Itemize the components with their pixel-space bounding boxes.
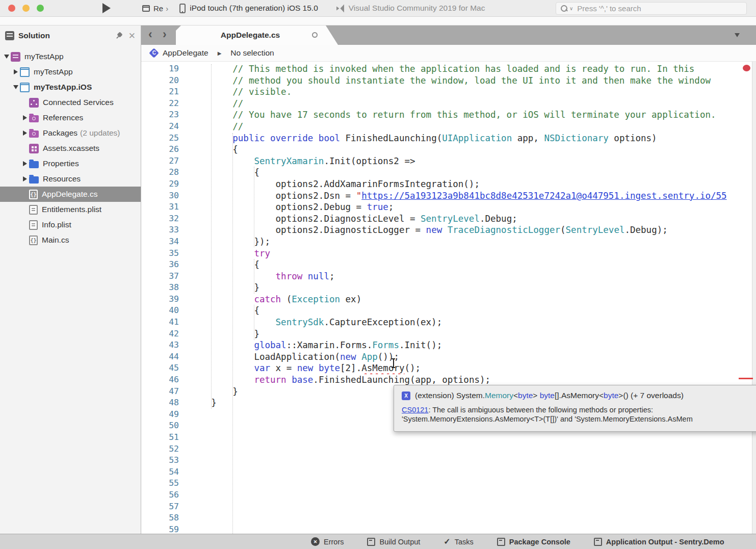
- line-number[interactable]: 52: [141, 443, 182, 455]
- chevron-right-icon[interactable]: [20, 176, 29, 181]
- code-line[interactable]: [190, 455, 752, 466]
- code-line[interactable]: [190, 478, 752, 489]
- error-marker-icon[interactable]: [743, 65, 750, 71]
- vertical-scrollbar[interactable]: [752, 62, 756, 534]
- code-line[interactable]: throw null;: [190, 271, 752, 282]
- line-number[interactable]: 56: [141, 489, 182, 501]
- code-line[interactable]: //: [190, 98, 752, 110]
- line-number[interactable]: 42: [141, 328, 182, 340]
- code-line[interactable]: [190, 501, 752, 513]
- code-line[interactable]: }: [190, 282, 752, 294]
- code-line[interactable]: // You have 17 seconds to return from th…: [190, 109, 752, 121]
- tab-close-indicator-icon[interactable]: [312, 32, 318, 38]
- line-number[interactable]: 24: [141, 121, 182, 133]
- line-number[interactable]: 59: [141, 524, 182, 534]
- line-number[interactable]: 22: [141, 98, 182, 110]
- line-number[interactable]: 44: [141, 351, 182, 363]
- code-line[interactable]: // visible.: [190, 86, 752, 98]
- line-number[interactable]: 48: [141, 397, 182, 409]
- code-line[interactable]: // method you should instantiate the win…: [190, 75, 752, 87]
- statusbar-item-tasks[interactable]: ✓Tasks: [444, 537, 473, 546]
- code-line[interactable]: global::Xamarin.Forms.Forms.Init();: [190, 339, 752, 351]
- line-number[interactable]: 54: [141, 466, 182, 478]
- line-number[interactable]: 34: [141, 236, 182, 248]
- code-line[interactable]: {: [190, 167, 752, 178]
- code-line[interactable]: options2.DiagnosticLogger = new TraceDia…: [190, 224, 752, 236]
- minimize-window-button[interactable]: [22, 5, 30, 12]
- tab-list-dropdown-icon[interactable]: [735, 33, 740, 37]
- line-number[interactable]: 23: [141, 109, 182, 121]
- chevron-down-icon[interactable]: [2, 55, 11, 59]
- code-line[interactable]: options2.AddXamarinFormsIntegration();: [190, 178, 752, 190]
- line-number[interactable]: 51: [141, 432, 182, 443]
- line-number[interactable]: 57: [141, 501, 182, 513]
- tree-item-mytestapp-ios[interactable]: myTestApp.iOS: [0, 80, 141, 95]
- code-line[interactable]: {: [190, 259, 752, 271]
- line-number[interactable]: 55: [141, 478, 182, 489]
- code-line[interactable]: options2.Dsn = "https://5a193123a9b841bc…: [190, 190, 752, 202]
- statusbar-item-application-output-sentry-demo[interactable]: Application Output - Sentry.Demo: [594, 538, 724, 546]
- chevron-right-icon[interactable]: [11, 69, 20, 74]
- line-number-gutter[interactable]: 1920212223242526272829303132333435363738…: [141, 63, 182, 534]
- breadcrumb-class[interactable]: AppDelegate: [163, 48, 208, 58]
- code-line[interactable]: [190, 524, 752, 534]
- tree-item-info-plist[interactable]: Info.plist: [0, 217, 141, 232]
- tree-item-resources[interactable]: Resources: [0, 171, 141, 187]
- code-line[interactable]: public override bool FinishedLaunching(U…: [190, 133, 752, 144]
- line-number[interactable]: 26: [141, 144, 182, 155]
- line-number[interactable]: 47: [141, 386, 182, 398]
- device-selector[interactable]: iPod touch (7th generation) iOS 15.0: [179, 4, 318, 13]
- code-line[interactable]: SentryXamarin.Init(options2 =>: [190, 155, 752, 167]
- line-number[interactable]: 50: [141, 420, 182, 432]
- code-line[interactable]: // This method is invoked when the appli…: [190, 63, 752, 75]
- chevron-right-icon[interactable]: [20, 130, 29, 136]
- line-number[interactable]: 49: [141, 409, 182, 421]
- line-number[interactable]: 38: [141, 282, 182, 294]
- code-line[interactable]: [190, 443, 752, 455]
- zoom-window-button[interactable]: [37, 5, 44, 12]
- code-line[interactable]: [190, 466, 752, 478]
- line-number[interactable]: 27: [141, 155, 182, 167]
- line-number[interactable]: 39: [141, 294, 182, 305]
- chevron-down-icon[interactable]: [11, 85, 20, 89]
- statusbar-item-errors[interactable]: ✕Errors: [311, 537, 344, 546]
- code-line[interactable]: [190, 512, 752, 524]
- tree-item-packages[interactable]: Packages(2 updates): [0, 125, 141, 141]
- line-number[interactable]: 46: [141, 374, 182, 386]
- code-line[interactable]: {: [190, 305, 752, 317]
- tree-item-assets-xcassets[interactable]: Assets.xcassets: [0, 141, 141, 156]
- search-input[interactable]: ∨ Press '^,' to search: [556, 2, 747, 15]
- tree-item-mytestapp[interactable]: myTestApp: [0, 49, 141, 64]
- close-window-button[interactable]: [8, 5, 15, 12]
- line-number[interactable]: 20: [141, 75, 182, 87]
- navigate-forward-button[interactable]: ›: [163, 28, 167, 41]
- line-number[interactable]: 33: [141, 224, 182, 236]
- code-line[interactable]: });: [190, 236, 752, 248]
- code-line[interactable]: options2.Debug = true;: [190, 201, 752, 213]
- line-number[interactable]: 40: [141, 305, 182, 317]
- line-number[interactable]: 43: [141, 339, 182, 351]
- line-number[interactable]: 32: [141, 213, 182, 225]
- code-line[interactable]: //: [190, 121, 752, 133]
- line-number[interactable]: 45: [141, 362, 182, 374]
- scrollbar-error-marker[interactable]: [739, 378, 753, 379]
- tree-item-mytestapp[interactable]: myTestApp: [0, 64, 141, 80]
- tree-item-connected-services[interactable]: Connected Services: [0, 95, 141, 110]
- tree-item-properties[interactable]: Properties: [0, 156, 141, 171]
- code-line[interactable]: var x = new byte[2].AsMemory();: [190, 362, 752, 374]
- code-line[interactable]: return base.FinishedLaunching(app, optio…: [190, 374, 752, 386]
- line-number[interactable]: 53: [141, 455, 182, 466]
- chevron-right-icon[interactable]: [20, 161, 29, 166]
- line-number[interactable]: 37: [141, 271, 182, 282]
- chevron-right-icon[interactable]: [20, 115, 29, 120]
- tab-appdelegate-cs[interactable]: AppDelegate.cs: [176, 25, 338, 45]
- line-number[interactable]: 28: [141, 167, 182, 178]
- code-line[interactable]: try: [190, 248, 752, 259]
- statusbar-item-build-output[interactable]: Build Output: [367, 538, 420, 546]
- run-icon[interactable]: [102, 3, 111, 13]
- tree-item-appdelegate-cs[interactable]: AppDelegate.cs: [0, 187, 141, 202]
- code-line[interactable]: LoadApplication(new App());: [190, 351, 752, 363]
- tree-item-entitlements-plist[interactable]: Entitlements.plist: [0, 202, 141, 217]
- tree-item-references[interactable]: References: [0, 110, 141, 125]
- code-line[interactable]: {: [190, 144, 752, 155]
